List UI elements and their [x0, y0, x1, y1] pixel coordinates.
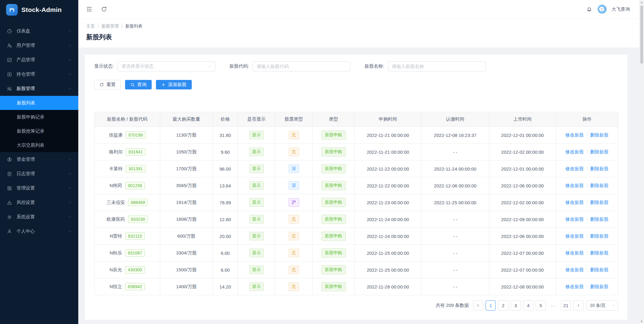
payment-time-cell: - - [421, 144, 489, 160]
breadcrumb-item[interactable]: 主页 [86, 24, 95, 29]
price-cell: 12.80 [213, 211, 238, 228]
column-header: 上市时间 [489, 112, 556, 127]
code-input[interactable] [253, 61, 350, 71]
edit-stock-link[interactable]: 修改新股 [565, 233, 584, 239]
sidebar-item[interactable]: 个人中心 [0, 224, 78, 239]
sidebar-item[interactable]: 新股管理 [0, 81, 78, 96]
collapse-sidebar-icon[interactable] [86, 6, 93, 13]
content: 显示状态: 请选择显示状态 新股代码: 新股名称: [78, 47, 644, 324]
sliders-icon [7, 86, 12, 92]
delete-stock-link[interactable]: 删除新股 [590, 149, 609, 154]
action-divider [587, 167, 587, 171]
sidebar-item[interactable]: 仪表盘 [0, 24, 78, 38]
column-header: 认缴时间 [421, 112, 489, 127]
chevron-down-icon [68, 215, 72, 219]
column-header: 股票类型 [275, 112, 313, 127]
sidebar-item[interactable]: 系统设置 [0, 210, 78, 224]
notification-bell-icon[interactable] [586, 6, 593, 13]
page-button-4[interactable]: 4 [523, 300, 533, 311]
user-search-icon [7, 43, 12, 48]
edit-stock-link[interactable]: 修改新股 [565, 284, 584, 289]
delete-stock-link[interactable]: 删除新股 [590, 200, 609, 205]
search-icon [130, 82, 135, 87]
page-title: 新股列表 [86, 33, 636, 41]
sidebar-subitem[interactable]: 新股抢筹记录 [0, 124, 78, 138]
delete-stock-link[interactable]: 删除新股 [590, 183, 609, 188]
edit-stock-link[interactable]: 修改新股 [565, 217, 584, 222]
market-type-tag: 深 [289, 164, 299, 173]
delete-stock-link[interactable]: 删除新股 [590, 166, 609, 171]
listing-time-cell: 2022-12-07 00:00:00 [489, 262, 556, 278]
stock-code-tag: 870199 [126, 131, 146, 139]
sidebar-subitem[interactable]: 新股申购记录 [0, 110, 78, 124]
page-button-3[interactable]: 3 [511, 300, 521, 311]
scrollbar-thumb[interactable] [640, 6, 643, 64]
status-select[interactable]: 请选择显示状态 [117, 61, 215, 71]
stock-name: 格利尔 [109, 149, 123, 155]
price-cell: 6.00 [213, 245, 238, 262]
listing-time-cell: 2022-12-02 00:00:00 [489, 194, 556, 211]
stock-code-tag: 833230 [128, 216, 148, 223]
app-logo[interactable]: Stock-Admin [0, 0, 78, 20]
column-header: 申购时间 [355, 112, 421, 127]
edit-stock-link[interactable]: 修改新股 [565, 200, 584, 205]
sidebar-item[interactable]: 管理设置 [0, 181, 78, 195]
edit-stock-link[interactable]: 修改新股 [565, 183, 584, 188]
action-divider [587, 200, 587, 205]
sidebar-item-label: 系统设置 [17, 214, 68, 220]
delete-stock-link[interactable]: 删除新股 [590, 132, 609, 138]
stock-code-tag: 836942 [125, 283, 145, 290]
sidebar-item[interactable]: 风控设置 [0, 195, 78, 210]
code-filter-label: 新股代码: [229, 63, 249, 69]
show-status-tag: 显示 [249, 181, 264, 190]
delete-stock-link[interactable]: 删除新股 [590, 284, 609, 289]
edit-stock-link[interactable]: 修改新股 [565, 149, 584, 154]
prev-page-button[interactable] [473, 300, 483, 311]
sidebar-item[interactable]: 资金管理 [0, 152, 78, 167]
page-button-1[interactable]: 1 [486, 300, 496, 311]
sidebar-item[interactable]: 用户管理 [0, 38, 78, 53]
reset-button[interactable]: 重置 [94, 80, 121, 89]
avatar[interactable] [598, 5, 607, 14]
name-input[interactable] [388, 61, 486, 71]
delete-stock-link[interactable]: 删除新股 [590, 267, 609, 272]
sidebar-item[interactable]: 日志管理 [0, 167, 78, 181]
delete-stock-link[interactable]: 删除新股 [590, 250, 609, 255]
action-divider [587, 217, 587, 221]
sidebar-item[interactable]: 持仓管理 [0, 67, 78, 81]
edit-stock-link[interactable]: 修改新股 [565, 132, 584, 138]
sidebar-item[interactable]: 产品管理 [0, 53, 78, 67]
page-button-2[interactable]: 2 [498, 300, 508, 311]
purchase-type-tag: 新股申购 [321, 198, 346, 207]
page-button-5[interactable]: 5 [536, 300, 546, 311]
refresh-icon[interactable] [101, 6, 107, 13]
stock-name: N秋乐 [109, 250, 122, 256]
sidebar-subitem[interactable]: 新股列表 [0, 96, 78, 110]
delete-stock-link[interactable]: 删除新股 [590, 233, 609, 239]
edit-stock-link[interactable]: 修改新股 [565, 267, 584, 272]
sidebar-subitem[interactable]: 大宗交易列表 [0, 138, 78, 152]
page-size-select[interactable]: 10 条/页 [587, 300, 618, 311]
sidebar-item-label: 用户管理 [17, 43, 68, 48]
user-name[interactable]: 大飞查询 [612, 6, 630, 12]
edit-stock-link[interactable]: 修改新股 [565, 250, 584, 255]
stock-code-tag: 831087 [125, 249, 145, 257]
stock-name: 倍益康 [109, 132, 123, 138]
subscribe-time-cell: 2022-11-24 00:00:00 [355, 211, 421, 228]
action-divider [587, 251, 587, 255]
breadcrumb-item[interactable]: 新股管理 [102, 24, 119, 29]
edit-stock-link[interactable]: 修改新股 [565, 166, 584, 171]
scroll-down-arrow[interactable]: ▼ [640, 319, 643, 324]
show-status-tag: 显示 [249, 198, 264, 207]
vertical-scrollbar[interactable]: ▲ ▼ [639, 0, 644, 324]
delete-stock-link[interactable]: 删除新股 [590, 217, 609, 222]
query-button[interactable]: 查询 [125, 80, 152, 89]
stock-code-tag: 688489 [128, 199, 148, 206]
page-button-21[interactable]: 21 [561, 300, 571, 311]
next-page-button[interactable] [573, 300, 583, 311]
scroll-up-arrow[interactable]: ▲ [640, 0, 643, 5]
add-stock-button[interactable]: 添加新股 [156, 80, 192, 89]
reset-button-label: 重置 [106, 82, 116, 88]
submenu: 新股列表新股申购记录新股抢筹记录大宗交易列表 [0, 96, 78, 152]
stock-code-tag: 301391 [126, 165, 146, 172]
